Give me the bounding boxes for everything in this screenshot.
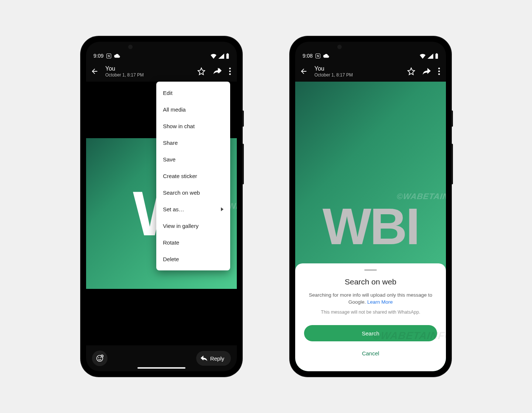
nav-indicator	[137, 367, 185, 369]
reply-label: Reply	[210, 355, 224, 362]
header-subtitle: October 1, 8:17 PM	[105, 72, 191, 78]
phone-side-button	[242, 110, 244, 127]
wifi-icon	[210, 54, 217, 59]
menu-item-delete[interactable]: Delete	[156, 251, 230, 267]
svg-point-4	[229, 74, 231, 75]
phone-mock-right: 9:08 N You October 1, 8:17 PM	[290, 37, 451, 376]
svg-rect-1	[227, 53, 228, 54]
status-time: 9:09	[93, 53, 103, 59]
context-menu: Edit All media Show in chat Share Save C…	[156, 82, 230, 270]
phone-side-button	[242, 144, 244, 184]
status-bar: 9:08 N	[295, 42, 446, 61]
menu-item-create-sticker[interactable]: Create sticker	[156, 168, 230, 184]
signal-icon	[427, 54, 433, 59]
image-logo: WBI	[323, 197, 419, 256]
svg-rect-10	[436, 53, 437, 54]
star-button[interactable]	[197, 67, 205, 75]
header-title: You	[105, 65, 191, 72]
forward-button[interactable]	[423, 68, 431, 75]
back-button[interactable]	[300, 67, 308, 75]
more-menu-button[interactable]	[438, 68, 440, 75]
svg-point-2	[229, 68, 231, 69]
forward-button[interactable]	[213, 68, 222, 75]
screen: 9:09 N You October 1, 8:17 PM	[86, 42, 237, 371]
chevron-right-icon	[221, 207, 224, 211]
signal-icon	[218, 54, 224, 59]
menu-item-share[interactable]: Share	[156, 134, 230, 151]
svg-point-3	[229, 71, 231, 72]
wifi-icon	[419, 54, 426, 59]
sheet-body: Searching for more info will upload only…	[304, 291, 437, 306]
more-menu-button[interactable]	[229, 68, 231, 75]
battery-icon	[435, 53, 439, 59]
reply-button[interactable]: Reply	[196, 351, 231, 366]
menu-item-save[interactable]: Save	[156, 151, 230, 168]
learn-more-link[interactable]: Learn More	[367, 299, 393, 305]
battery-icon	[226, 53, 229, 59]
menu-item-set-as[interactable]: Set as…	[156, 201, 230, 218]
menu-item-search-on-web[interactable]: Search on web	[156, 184, 230, 201]
notification-icon: N	[106, 54, 111, 58]
phone-side-button	[451, 144, 453, 184]
header-title: You	[314, 65, 400, 72]
cancel-button[interactable]: Cancel	[304, 347, 437, 359]
star-button[interactable]	[407, 67, 415, 75]
menu-item-rotate[interactable]: Rotate	[156, 234, 230, 251]
svg-point-7	[100, 357, 101, 358]
svg-point-6	[98, 357, 99, 358]
screen: 9:08 N You October 1, 8:17 PM	[295, 42, 446, 371]
sheet-title: Search on web	[304, 277, 437, 286]
bottom-sheet: Search on web Searching for more info wi…	[295, 263, 446, 371]
phone-mock-left: 9:09 N You October 1, 8:17 PM	[81, 37, 242, 376]
app-bar: You October 1, 8:17 PM	[86, 61, 237, 82]
sheet-handle[interactable]	[364, 269, 377, 271]
emoji-button[interactable]	[92, 351, 108, 366]
app-bar: You October 1, 8:17 PM	[295, 61, 446, 82]
svg-rect-0	[226, 54, 229, 59]
status-time: 9:08	[303, 53, 313, 59]
sheet-note: This message will not be shared with Wha…	[304, 310, 437, 315]
menu-item-view-in-gallery[interactable]: View in gallery	[156, 218, 230, 234]
svg-rect-9	[436, 54, 438, 59]
cloud-icon	[323, 54, 329, 58]
svg-point-12	[438, 71, 440, 72]
header-subtitle: October 1, 8:17 PM	[314, 72, 400, 78]
search-button[interactable]: Search	[304, 325, 437, 341]
back-button[interactable]	[91, 67, 99, 75]
menu-item-all-media[interactable]: All media	[156, 101, 230, 118]
cloud-icon	[114, 54, 120, 58]
notification-icon: N	[316, 54, 320, 58]
svg-point-13	[438, 74, 440, 75]
svg-point-11	[438, 68, 440, 69]
phone-side-button	[451, 110, 453, 127]
menu-item-edit[interactable]: Edit	[156, 85, 230, 101]
status-bar: 9:09 N	[86, 42, 237, 61]
menu-item-show-in-chat[interactable]: Show in chat	[156, 118, 230, 134]
